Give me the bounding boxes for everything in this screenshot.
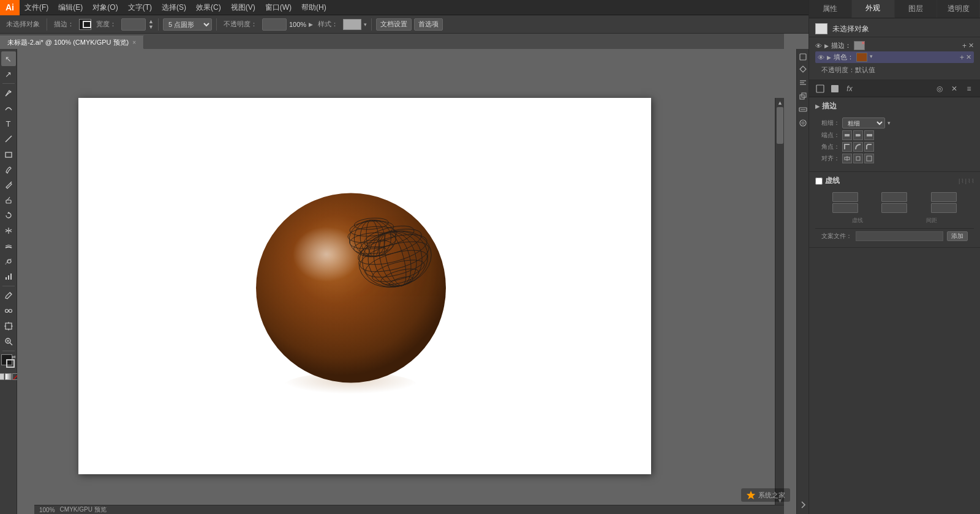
stroke-arrow[interactable]: ▶ bbox=[824, 43, 829, 49]
tool-line[interactable] bbox=[1, 132, 16, 146]
preferences-button[interactable]: 首选项 bbox=[414, 18, 443, 31]
add-fill-button[interactable] bbox=[829, 83, 841, 95]
dash-input-5[interactable] bbox=[931, 192, 957, 202]
tab-properties[interactable]: 属性 bbox=[809, 0, 852, 18]
tab-layers[interactable]: 图层 bbox=[895, 0, 938, 18]
tool-pencil[interactable] bbox=[1, 177, 16, 192]
menu-file[interactable]: 文件(F) bbox=[20, 0, 53, 15]
stroke-color-box[interactable] bbox=[6, 359, 15, 368]
vscroll-down-arrow[interactable]: ▼ bbox=[775, 496, 784, 505]
swap-colors-icon[interactable]: ⇄ bbox=[12, 354, 16, 360]
style-dropdown-icon[interactable]: ▾ bbox=[364, 21, 367, 28]
vline-align1[interactable]: | bbox=[959, 178, 960, 184]
tab-appearance[interactable]: 外观 bbox=[852, 0, 895, 18]
vline-checkbox[interactable] bbox=[815, 177, 823, 185]
style-preview[interactable] bbox=[343, 19, 361, 30]
opacity-input[interactable] bbox=[262, 18, 287, 31]
tool-direct-select[interactable]: ↗ bbox=[1, 67, 16, 81]
fill-property-row[interactable]: 👁 ▶ 填色： ▾ + ✕ bbox=[815, 51, 974, 63]
menu-effect[interactable]: 效果(C) bbox=[191, 0, 226, 15]
fill-add-icon[interactable]: + bbox=[960, 53, 964, 62]
vline-align5[interactable]: ⌇ bbox=[971, 178, 974, 184]
vline-align4[interactable]: ⌇ bbox=[968, 178, 970, 184]
corner-miter[interactable] bbox=[842, 142, 852, 152]
add-button[interactable]: 添加 bbox=[947, 231, 968, 241]
appearance-menu-icon[interactable]: ≡ bbox=[963, 83, 975, 95]
dash-input-1[interactable] bbox=[832, 192, 858, 202]
stroke-swatch[interactable]: ✕ bbox=[854, 41, 865, 50]
fill-arrow[interactable]: ▶ bbox=[827, 54, 831, 61]
vscroll-thumb[interactable] bbox=[777, 107, 783, 144]
dash-input-2[interactable] bbox=[832, 203, 858, 213]
vline-align2[interactable]: ⌇ bbox=[961, 178, 963, 184]
stroke-weight-select[interactable]: 粗细 bbox=[842, 117, 885, 128]
stroke-visibility-toggle[interactable]: 👁 bbox=[815, 42, 822, 50]
menu-edit[interactable]: 编辑(E) bbox=[53, 0, 88, 15]
stroke-remove-icon[interactable]: ✕ bbox=[968, 42, 974, 50]
tool-zoom[interactable] bbox=[1, 334, 16, 349]
tool-eyedropper[interactable] bbox=[1, 288, 16, 303]
cap-butt[interactable] bbox=[842, 130, 852, 140]
stroke-add-icon[interactable]: + bbox=[962, 42, 967, 50]
transform-icon[interactable] bbox=[799, 65, 807, 75]
tool-curvature[interactable] bbox=[1, 101, 16, 116]
tool-blend[interactable] bbox=[1, 304, 16, 318]
dash-input-3[interactable] bbox=[881, 192, 907, 202]
corner-bevel[interactable] bbox=[864, 142, 874, 152]
brush-shape-select[interactable]: 5 点圆形 bbox=[163, 18, 212, 31]
gradient-btn[interactable] bbox=[5, 373, 12, 380]
fx-button[interactable]: fx bbox=[843, 83, 856, 95]
fill-remove-icon[interactable]: ✕ bbox=[966, 53, 971, 62]
tool-eraser[interactable] bbox=[1, 193, 16, 207]
add-new-item-button[interactable] bbox=[814, 83, 826, 95]
tool-artboard[interactable] bbox=[1, 319, 16, 333]
cap-round[interactable] bbox=[853, 130, 863, 140]
stroke-section-toggle[interactable]: ▶ bbox=[815, 103, 820, 110]
tool-warp[interactable] bbox=[1, 254, 16, 269]
expand-panels-icon[interactable] bbox=[799, 501, 807, 510]
align-outside[interactable] bbox=[864, 154, 874, 163]
tab-close-button[interactable]: × bbox=[132, 39, 136, 46]
menu-object[interactable]: 对象(O) bbox=[88, 0, 123, 15]
tool-type[interactable]: T bbox=[1, 116, 16, 131]
width-stepper-up[interactable]: ▲▼ bbox=[148, 19, 154, 30]
tool-select[interactable]: ↖ bbox=[1, 51, 16, 66]
tool-chart[interactable] bbox=[1, 269, 16, 284]
fill-swatch[interactable] bbox=[856, 53, 867, 62]
pathfinder-icon[interactable] bbox=[799, 92, 807, 102]
opacity-expand-icon[interactable]: ▶ bbox=[309, 21, 313, 28]
expand-icon2[interactable] bbox=[799, 105, 807, 115]
cap-projecting[interactable] bbox=[864, 130, 874, 140]
vline-align3[interactable]: | bbox=[965, 178, 967, 184]
menu-help[interactable]: 帮助(H) bbox=[296, 0, 331, 15]
width-input[interactable] bbox=[121, 18, 146, 31]
solid-color-btn[interactable] bbox=[0, 373, 4, 380]
align-inside[interactable] bbox=[853, 154, 863, 163]
vline-section-header[interactable]: 虚线 | ⌇ | ⌇ ⌇ bbox=[815, 176, 974, 186]
tab-transparency[interactable]: 透明度 bbox=[937, 0, 980, 18]
menu-window[interactable]: 窗口(W) bbox=[260, 0, 296, 15]
weight-dropdown[interactable]: ▾ bbox=[888, 120, 891, 126]
appearance-options-icon[interactable]: ◎ bbox=[933, 83, 946, 95]
align-center[interactable] bbox=[842, 154, 852, 163]
active-tab[interactable]: 未标题-2.ai* @ 100% (CMYK/GPU 预览) × bbox=[0, 35, 144, 49]
menu-view[interactable]: 视图(V) bbox=[226, 0, 260, 15]
fill-dropdown-icon[interactable]: ▾ bbox=[870, 53, 878, 62]
vertical-scrollbar[interactable]: ▲ ▼ bbox=[775, 98, 784, 505]
fill-visibility-toggle[interactable]: 👁 bbox=[818, 54, 824, 61]
tool-rotate[interactable] bbox=[1, 208, 16, 223]
image-trace-icon[interactable] bbox=[799, 119, 807, 128]
dash-input-6[interactable] bbox=[931, 203, 957, 213]
appearance-icon[interactable] bbox=[799, 53, 807, 61]
tool-rect[interactable] bbox=[1, 147, 16, 162]
tool-pen[interactable] bbox=[1, 86, 16, 100]
tool-mirror[interactable] bbox=[1, 223, 16, 238]
dash-input-4[interactable] bbox=[881, 203, 907, 213]
align-icon[interactable] bbox=[799, 78, 807, 88]
doc-settings-button[interactable]: 文档设置 bbox=[376, 18, 412, 31]
menu-select[interactable]: 选择(S) bbox=[157, 0, 191, 15]
stroke-section-header[interactable]: ▶ 描边 bbox=[815, 101, 974, 111]
corner-round[interactable] bbox=[853, 142, 863, 152]
delete-appearance-icon[interactable]: ✕ bbox=[948, 83, 960, 95]
vscroll-up-arrow[interactable]: ▲ bbox=[775, 98, 784, 107]
